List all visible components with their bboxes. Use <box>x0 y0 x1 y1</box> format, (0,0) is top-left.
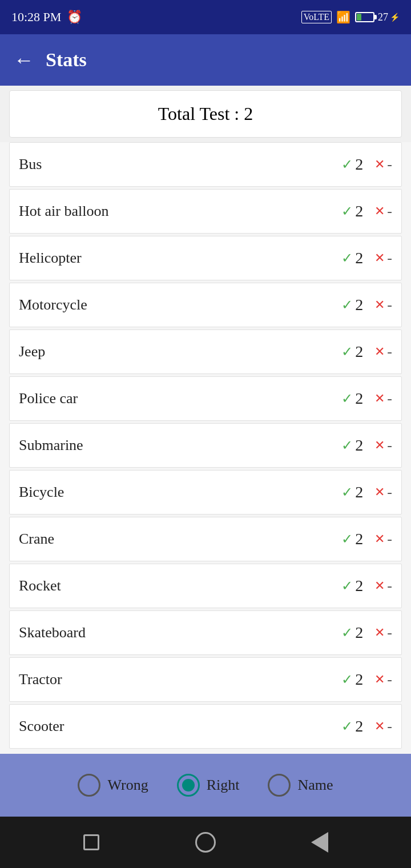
wrong-count: - <box>387 577 392 594</box>
check-icon: ✓ <box>341 718 353 734</box>
correct-count: 2 <box>355 624 363 642</box>
cross-icon: ✕ <box>374 438 385 453</box>
wrong-filter-label: Wrong <box>107 777 148 794</box>
battery-box <box>355 12 374 22</box>
item-name: Skateboard <box>19 624 341 641</box>
right-filter-option[interactable]: Right <box>177 774 240 797</box>
item-name: Motorcycle <box>19 296 341 314</box>
cross-icon: ✕ <box>374 157 385 172</box>
cross-icon: ✕ <box>374 344 385 359</box>
wrong-count: - <box>387 156 392 173</box>
bottom-filter-bar: Wrong Right Name <box>0 754 411 817</box>
stats-list: Bus ✓ 2 ✕ - Hot air balloon ✓ 2 ✕ - Heli… <box>0 142 411 754</box>
wrong-filter-option[interactable]: Wrong <box>78 774 148 797</box>
table-row: Bicycle ✓ 2 ✕ - <box>9 470 402 515</box>
status-bar-left: 10:28 PM ⏰ <box>11 10 82 25</box>
correct-count: 2 <box>355 577 363 595</box>
battery-fill <box>357 14 361 21</box>
status-bar: 10:28 PM ⏰ VoLTE 📶 27 ⚡ <box>0 0 411 34</box>
cross-icon: ✕ <box>374 672 385 687</box>
check-icon: ✓ <box>341 484 353 500</box>
nav-back-button[interactable] <box>307 830 332 855</box>
item-name: Bus <box>19 156 341 173</box>
table-row: Motorcycle ✓ 2 ✕ - <box>9 283 402 327</box>
cross-icon: ✕ <box>374 578 385 593</box>
volte-icon: VoLTE <box>301 11 332 23</box>
correct-count: 2 <box>355 530 363 548</box>
correct-count: 2 <box>355 202 363 220</box>
item-name: Jeep <box>19 343 341 360</box>
cross-icon: ✕ <box>374 204 385 219</box>
correct-count: 2 <box>355 483 363 501</box>
item-name: Hot air balloon <box>19 203 341 220</box>
right-radio-circle[interactable] <box>177 774 200 797</box>
status-bar-right: VoLTE 📶 27 ⚡ <box>301 10 400 24</box>
table-row: Scooter ✓ 2 ✕ - <box>9 704 402 749</box>
cross-icon: ✕ <box>374 298 385 312</box>
check-icon: ✓ <box>341 344 353 360</box>
table-row: Helicopter ✓ 2 ✕ - <box>9 236 402 280</box>
app-bar: ← Stats <box>0 34 411 86</box>
signal-icon: 📶 <box>336 10 350 24</box>
wrong-count: - <box>387 531 392 548</box>
item-name: Helicopter <box>19 250 341 267</box>
table-row: Bus ✓ 2 ✕ - <box>9 142 402 187</box>
wrong-count: - <box>387 390 392 407</box>
item-name: Bicycle <box>19 484 341 501</box>
item-name: Scooter <box>19 718 341 735</box>
table-row: Submarine ✓ 2 ✕ - <box>9 423 402 468</box>
time-display: 10:28 PM <box>11 10 61 25</box>
battery-icon: 27 ⚡ <box>355 11 400 23</box>
item-name: Rocket <box>19 577 341 594</box>
wrong-count: - <box>387 296 392 314</box>
recents-icon <box>83 834 99 850</box>
correct-count: 2 <box>355 343 363 361</box>
table-row: Police car ✓ 2 ✕ - <box>9 376 402 421</box>
wrong-count: - <box>387 624 392 641</box>
item-name: Police car <box>19 390 341 407</box>
alarm-icon: ⏰ <box>67 10 82 25</box>
table-row: Rocket ✓ 2 ✕ - <box>9 564 402 608</box>
cross-icon: ✕ <box>374 719 385 734</box>
item-name: Crane <box>19 531 341 548</box>
check-icon: ✓ <box>341 672 353 688</box>
check-icon: ✓ <box>341 578 353 594</box>
home-icon <box>195 832 216 853</box>
nav-bar <box>0 817 411 868</box>
nav-home-button[interactable] <box>193 830 218 855</box>
correct-count: 2 <box>355 389 363 408</box>
page-title: Stats <box>46 49 87 71</box>
table-row: Jeep ✓ 2 ✕ - <box>9 329 402 374</box>
name-filter-option[interactable]: Name <box>268 774 333 797</box>
cross-icon: ✕ <box>374 391 385 406</box>
check-icon: ✓ <box>341 531 353 547</box>
cross-icon: ✕ <box>374 485 385 500</box>
correct-count: 2 <box>355 249 363 267</box>
wrong-count: - <box>387 343 392 360</box>
item-name: Tractor <box>19 671 341 688</box>
cross-icon: ✕ <box>374 251 385 266</box>
check-icon: ✓ <box>341 625 353 641</box>
wrong-radio-circle[interactable] <box>78 774 100 797</box>
correct-count: 2 <box>355 717 363 736</box>
table-row: Crane ✓ 2 ✕ - <box>9 517 402 561</box>
check-icon: ✓ <box>341 203 353 219</box>
table-row: Hot air balloon ✓ 2 ✕ - <box>9 189 402 234</box>
wrong-count: - <box>387 671 392 688</box>
wrong-count: - <box>387 250 392 267</box>
wrong-count: - <box>387 203 392 220</box>
table-row: Tractor ✓ 2 ✕ - <box>9 657 402 702</box>
back-button[interactable]: ← <box>14 48 34 72</box>
nav-recents-button[interactable] <box>79 830 104 855</box>
correct-count: 2 <box>355 670 363 689</box>
cross-icon: ✕ <box>374 625 385 640</box>
wrong-count: - <box>387 484 392 501</box>
correct-count: 2 <box>355 296 363 314</box>
total-test-label: Total Test : 2 <box>158 103 253 124</box>
name-radio-circle[interactable] <box>268 774 291 797</box>
correct-count: 2 <box>355 436 363 455</box>
right-radio-inner <box>182 779 195 791</box>
battery-percent: 27 <box>378 11 388 23</box>
check-icon: ✓ <box>341 156 353 172</box>
item-name: Submarine <box>19 437 341 454</box>
